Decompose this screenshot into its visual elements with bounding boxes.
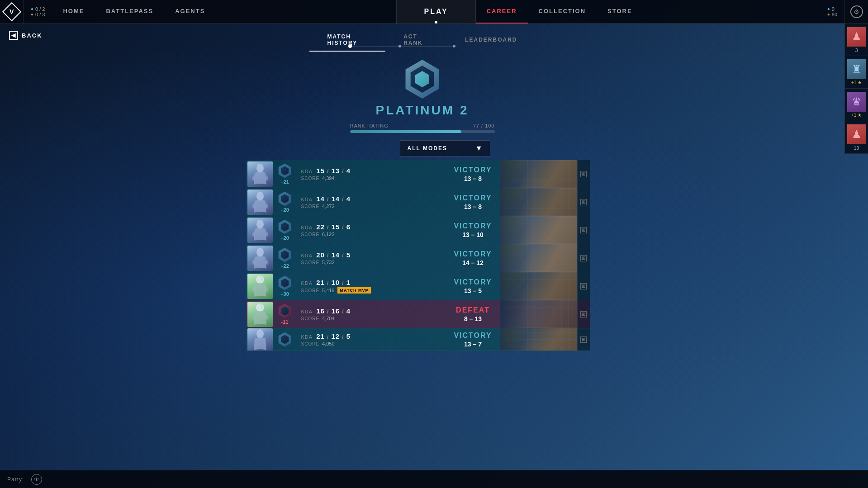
nav-logo[interactable]: V (0, 0, 24, 24)
match-expand-3[interactable]: ⊞ (577, 216, 590, 244)
logo-icon: V (2, 2, 21, 21)
right-panel-item-4[interactable]: ♟ 19 (844, 121, 868, 154)
counter-line1: 0 / 2 (35, 6, 45, 12)
mvp-badge: MATCH MVP (337, 287, 371, 294)
match-result-2: VICTORY 13 – 8 (446, 194, 500, 210)
tab-match-history[interactable]: MATCH HISTORY (309, 29, 386, 52)
match-kda-2: KDA 14 / 14 / 4 SCORE 4,272 (296, 195, 446, 209)
expand-icon: ⊞ (580, 227, 587, 233)
right-panel-num-1: 3 (855, 47, 858, 53)
modes-dropdown[interactable]: ALL MODES ▼ (400, 140, 490, 156)
match-expand-2[interactable]: ⊞ (577, 188, 590, 216)
back-arrow-icon: ◀ (9, 31, 18, 40)
rank-name: PLATINUM 2 (376, 103, 469, 118)
match-expand-6[interactable]: ⊞ (577, 300, 590, 328)
party-bar: Party: 👁 (0, 470, 868, 488)
tab-leaderboard[interactable]: LEADERBOARD (447, 32, 535, 48)
match-map-3 (500, 216, 577, 244)
nav-right-counters: ● 0 ● 80 (820, 6, 844, 17)
nav-home[interactable]: HOME (52, 0, 95, 24)
main-content: MATCH HISTORY ACT RANK LEADERBOARD (0, 24, 844, 470)
right-panel-num-3: +1 ★ (851, 113, 862, 118)
svg-point-11 (256, 329, 264, 338)
svg-point-5 (256, 164, 264, 173)
expand-icon: ⊞ (580, 199, 587, 205)
match-rank-icon-7 (277, 332, 293, 348)
match-kda-5: KDA 21 / 10 / 1 SCORE 5,419 MATCH MVP (296, 279, 446, 294)
right-counter-line2: 80 (832, 12, 837, 17)
match-result-7: VICTORY 13 – 7 (446, 332, 500, 348)
match-map-6 (500, 300, 577, 328)
match-row[interactable]: -11 KDA 16 / 16 / 4 SCORE 4,704 DEFEAT 8 (246, 300, 590, 328)
tab-act-rank[interactable]: ACT RANK (385, 29, 447, 52)
match-row[interactable]: +22 KDA 20 / 14 / 5 SCORE 5,732 VICTORY … (246, 244, 590, 272)
match-expand-7[interactable]: ⊞ (577, 328, 590, 351)
expand-icon: ⊞ (580, 336, 587, 343)
match-expand-4[interactable]: ⊞ (577, 244, 590, 272)
match-expand-1[interactable]: ⊞ (577, 160, 590, 188)
match-map-2 (500, 188, 577, 216)
match-row[interactable]: +21 KDA 15 / 13 / 4 SCORE 4,394 VICTORY … (246, 160, 590, 188)
rank-rating-label: RANK RATING 77 / 100 (350, 123, 495, 128)
match-result-3: VICTORY 13 – 10 (446, 222, 500, 238)
agent-portrait-2 (246, 188, 274, 216)
rating-label-text: RANK RATING (350, 123, 389, 128)
svg-point-7 (256, 220, 264, 229)
match-rank-icon-3: +20 (277, 222, 293, 238)
nav-play[interactable]: PLAY (396, 0, 475, 24)
dropdown-arrow-icon: ▼ (475, 144, 483, 152)
back-button[interactable]: ◀ BACK (9, 31, 43, 40)
svg-point-6 (256, 192, 264, 201)
expand-icon: ⊞ (580, 283, 587, 289)
counter-row-1: ● 0 / 2 (31, 6, 45, 12)
settings-icon: ⚙ (850, 5, 863, 18)
match-rank-icon-4: +22 (277, 250, 293, 266)
right-panel-num-2: +1 ★ (851, 80, 862, 85)
right-panel: ♟ 3 ♜ +1 ★ ♛ +1 ★ ♟ 19 (844, 24, 868, 154)
career-tabs-row: MATCH HISTORY ACT RANK LEADERBOARD (309, 29, 536, 52)
match-kda-3: KDA 22 / 15 / 6 SCORE 6,122 (296, 223, 446, 237)
right-panel-item-2[interactable]: ♜ +1 ★ (844, 56, 868, 89)
settings-button[interactable]: ⚙ (844, 0, 868, 24)
agent-portrait-6 (246, 300, 274, 328)
agent-portrait-1 (246, 160, 274, 188)
match-kda-4: KDA 20 / 14 / 5 SCORE 5,732 (296, 251, 446, 265)
party-eye-icon[interactable]: 👁 (31, 474, 42, 485)
party-label: Party: (7, 476, 24, 483)
nav-career[interactable]: CAREER (476, 0, 528, 24)
right-panel-item-3[interactable]: ♛ +1 ★ (844, 89, 868, 121)
match-row[interactable]: +20 KDA 22 / 15 / 6 SCORE 6,122 VICTORY … (246, 216, 590, 244)
match-map-4 (500, 244, 577, 272)
right-panel-num-4: 19 (854, 145, 859, 151)
modes-dropdown-text: ALL MODES (408, 145, 447, 152)
match-kda-1: KDA 15 / 13 / 4 SCORE 4,394 (296, 167, 446, 181)
rating-value-text: 77 / 100 (473, 123, 495, 128)
match-rank-icon-6: -11 (277, 306, 293, 322)
right-panel-item-1[interactable]: ♟ 3 (844, 24, 868, 56)
match-map-7 (500, 328, 577, 351)
nav-battlepass[interactable]: BATTLEPASS (95, 0, 164, 24)
match-row[interactable]: +30 KDA 21 / 10 / 1 SCORE 5,419 MATCH MV… (246, 272, 590, 300)
match-kda-7: KDA 21 / 12 / 5 SCORE 4,050 (296, 332, 446, 346)
rp-change-4: +22 (280, 263, 289, 269)
nav-agents[interactable]: AGENTS (164, 0, 216, 24)
nav-right-links: CAREER COLLECTION STORE (476, 0, 820, 24)
agent-portrait-7 (246, 328, 274, 351)
rank-rating-section: RANK RATING 77 / 100 (350, 123, 495, 133)
agent-portrait-3 (246, 216, 274, 244)
match-list: +21 KDA 15 / 13 / 4 SCORE 4,394 VICTORY … (246, 160, 590, 351)
match-rank-icon-5: +30 (277, 278, 293, 294)
match-result-5: VICTORY 13 – 5 (446, 278, 500, 294)
svg-point-8 (256, 248, 264, 257)
nav-store[interactable]: STORE (597, 0, 643, 24)
match-row[interactable]: KDA 21 / 12 / 5 SCORE 4,050 VICTORY 13 –… (246, 328, 590, 351)
match-result-4: VICTORY 14 – 12 (446, 250, 500, 266)
rp-change-6: -11 (281, 319, 289, 325)
match-map-5 (500, 272, 577, 300)
rp-change-1: +21 (280, 179, 289, 185)
match-row[interactable]: +20 KDA 14 / 14 / 4 SCORE 4,272 VICTORY … (246, 188, 590, 216)
expand-icon: ⊞ (580, 255, 587, 261)
rank-hex-icon (402, 59, 443, 99)
nav-collection[interactable]: COLLECTION (528, 0, 597, 24)
match-expand-5[interactable]: ⊞ (577, 272, 590, 300)
